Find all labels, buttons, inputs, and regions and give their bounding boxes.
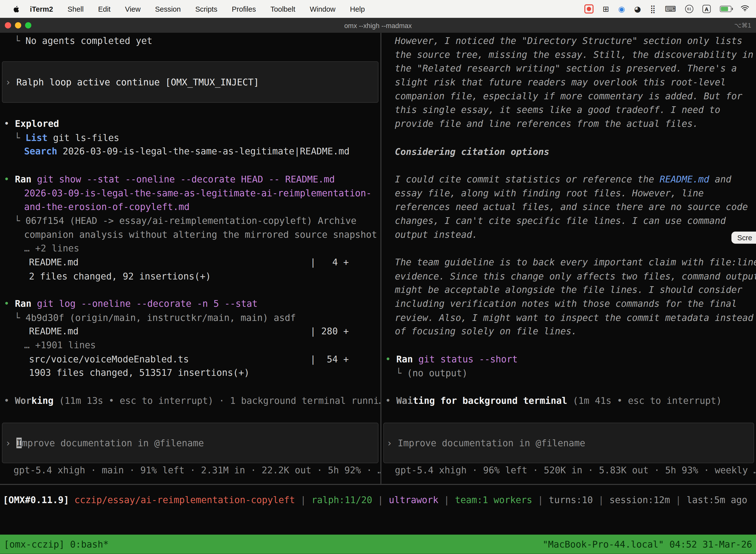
omx-session: session:12m	[610, 494, 670, 505]
show-filename-line: 2026-03-09-is-legal-the-same-as-legitima…	[0, 186, 380, 200]
omx-branch: cczip/essay/ai-reimplementation-copyleft	[74, 494, 295, 505]
thinking-line: references need actual files, and since …	[381, 200, 756, 214]
thinking-line: The team guideline is to back every impo…	[381, 255, 756, 269]
omx-version: [OMX#0.11.9]	[3, 494, 69, 505]
blue-app-icon[interactable]: ◉	[618, 5, 625, 13]
ran-git-status-line: • Ran git status --short	[381, 352, 756, 366]
thinking-line: provide file and line references from th…	[381, 117, 756, 131]
explored-search-line: Search 2026-03-09-is-legal-the-same-as-l…	[0, 145, 380, 158]
show-diffstat-line: README.md | 4 +	[0, 255, 380, 269]
prompt-input-right[interactable]: › Improve documentation in @filename	[383, 423, 754, 463]
working-status-line: • Working (11m 13s • esc to interrupt) ·…	[0, 394, 380, 407]
omx-mode: ultrawork	[389, 494, 438, 505]
prompt-input-left-line[interactable]: › Improve documentation in @filename	[2, 436, 204, 450]
menu-app-name[interactable]: iTerm2	[26, 5, 60, 13]
tmux-pane-right[interactable]: However, I noticed the "Directory Struct…	[381, 33, 756, 484]
thinking-line: of focusing solely on file lines.	[381, 324, 756, 338]
apple-icon	[13, 5, 20, 13]
window-title-bar: omx --xhigh --madmax ⌥⌘1	[0, 18, 756, 33]
menu-toolbelt[interactable]: Toolbelt	[263, 5, 303, 13]
thinking-line: However, I noticed the "Directory Struct…	[381, 34, 756, 48]
thinking-line: I could cite commit statistics or refere…	[381, 172, 756, 186]
tmux-pane-left[interactable]: └ No agents completed yet › Ralph loop a…	[0, 33, 380, 484]
menu-window[interactable]: Window	[303, 5, 343, 13]
menu-status-icons: ⊞ ◉ ◕ ⣿ ⌨ 61 A	[584, 4, 749, 13]
thinking-line: the "Related research writing" section i…	[381, 62, 756, 75]
prompt-input-left[interactable]: › Improve documentation in @filename	[2, 423, 378, 463]
log-commit-line: └ 4b9d30f (origin/main, instructkr/main,…	[0, 311, 380, 324]
model-status-left: gpt-5.4 xhigh · main · 91% left · 2.31M …	[0, 463, 380, 477]
menu-scripts[interactable]: Scripts	[188, 5, 225, 13]
thinking-line: the source tree, missing the essay. Stil…	[381, 48, 756, 62]
thinking-line: companion file, especially if more comme…	[381, 89, 756, 103]
menu-help[interactable]: Help	[343, 5, 372, 13]
screen: iTerm2 Shell Edit View Session Scripts P…	[0, 0, 756, 554]
keyboard-app-icon[interactable]: ⌨	[665, 5, 676, 13]
ralph-banner-line: › Ralph loop active continue [OMX_TMUX_I…	[2, 75, 259, 89]
minimize-button[interactable]	[15, 22, 21, 28]
menu-shell[interactable]: Shell	[60, 5, 91, 13]
log-diffstat-line: README.md | 280 +	[0, 324, 380, 338]
thinking-line: review. Also, I might want to inspect th…	[381, 311, 756, 324]
text-cursor: I	[16, 438, 22, 448]
wifi-icon[interactable]	[741, 5, 749, 13]
tmux-status-bar: [omx-cczip] 0:bash* "MacBook-Pro-44.loca…	[0, 535, 756, 554]
window-title: omx --xhigh --madmax	[0, 21, 756, 29]
show-commit-line: └ 067f154 (HEAD -> essay/ai-reimplementa…	[0, 214, 380, 228]
thinking-heading: Considering citation options	[381, 145, 756, 158]
zoom-button[interactable]	[25, 22, 31, 28]
battery-percent-gauge-icon[interactable]: 61	[685, 5, 693, 13]
omx-turns: turns:10	[549, 494, 593, 505]
readme-link: README.md	[659, 174, 709, 184]
log-more-lines: … +1901 lines	[0, 338, 380, 352]
menu-bar: iTerm2 Shell Edit View Session Scripts P…	[0, 0, 756, 18]
omx-status-line: [OMX#0.11.9]cczip/essay/ai-reimplementat…	[3, 493, 747, 507]
status-output-line: └ (no output)	[381, 366, 756, 380]
ralph-inject-banner: › Ralph loop active continue [OMX_TMUX_I…	[2, 62, 378, 103]
menu-session[interactable]: Session	[148, 5, 188, 13]
explored-header-line: • Explored	[0, 117, 380, 131]
battery-icon[interactable]	[720, 6, 732, 12]
omx-last: last:5m ago	[687, 494, 747, 505]
thinking-line: slight risk that future readers may over…	[381, 75, 756, 89]
show-more-lines: … +2 lines	[0, 241, 380, 255]
omx-team: team:1 workers	[455, 494, 532, 505]
tab-shortcut: ⌥⌘1	[734, 21, 751, 29]
tmux-host-clock: "MacBook-Pro-44.local" 04:52 31-Mar-26	[543, 539, 752, 550]
prompt-input-right-line[interactable]: › Improve documentation in @filename	[384, 436, 585, 450]
close-button[interactable]	[5, 22, 11, 28]
thinking-line: evidence. Since this change only affects…	[381, 269, 756, 283]
thinking-line: changes, I can't cite specific file line…	[381, 214, 756, 228]
show-filename-line: and-the-erosion-of-copyleft.md	[0, 200, 380, 214]
screen-indicator-tooltip: Scre	[732, 232, 756, 244]
show-commit-line: companion analysis without altering the …	[0, 228, 380, 241]
agents-note-line: └ No agents completed yet	[0, 34, 380, 48]
terminal-panes: └ No agents completed yet › Ralph loop a…	[0, 33, 756, 485]
round-app-icon[interactable]: ◕	[634, 5, 641, 13]
log-diffstat-line: src/voice/voiceModeEnabled.ts | 54 +	[0, 352, 380, 366]
grid-app-icon[interactable]: ⊞	[603, 5, 609, 13]
thinking-line: output instead.	[381, 228, 756, 241]
menu-view[interactable]: View	[118, 5, 148, 13]
omx-ralph-counter: ralph:11/20	[312, 494, 372, 505]
ran-git-show-line: • Ran git show --stat --oneline --decora…	[0, 172, 380, 186]
thinking-line: this single essay, it seems like a good …	[381, 103, 756, 117]
log-diffstat-summary: 1903 files changed, 513517 insertions(+)	[0, 366, 380, 380]
waiting-status-line: • Waiting for background terminal (1m 41…	[381, 394, 756, 407]
thinking-line: essay file, along with finding root file…	[381, 186, 756, 200]
model-status-right: gpt-5.4 xhigh · 96% left · 520K in · 5.8…	[381, 463, 756, 477]
ran-git-log-line: • Ran git log --oneline --decorate -n 5 …	[0, 296, 380, 311]
input-source-icon[interactable]: A	[702, 5, 711, 13]
thinking-line: might be acceptable alongside the file l…	[381, 283, 756, 297]
explored-list-line: └ List git ls-files	[0, 130, 380, 145]
menu-edit[interactable]: Edit	[91, 5, 118, 13]
show-diffstat-summary: 2 files changed, 92 insertions(+)	[0, 269, 380, 283]
tmux-session-window[interactable]: [omx-cczip] 0:bash*	[4, 539, 109, 550]
thinking-line: including verification notes with those …	[381, 297, 756, 311]
apple-menu[interactable]	[7, 5, 26, 13]
menu-profiles[interactable]: Profiles	[225, 5, 263, 13]
screen-recording-indicator-icon[interactable]	[584, 4, 593, 13]
apps-grid-icon[interactable]: ⣿	[650, 5, 656, 13]
